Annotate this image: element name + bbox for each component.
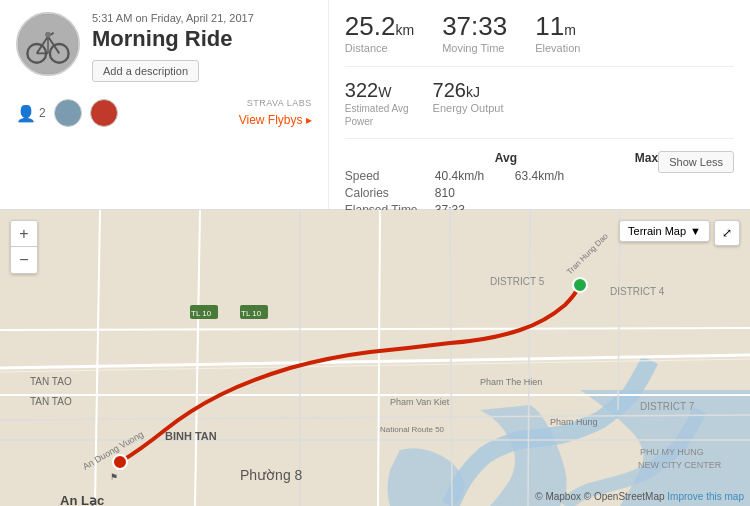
power-label: Estimated AvgPower xyxy=(345,102,409,128)
terrain-map-label: Terrain Map xyxy=(628,225,686,237)
avg-header: Avg xyxy=(495,151,575,165)
map-zoom-controls[interactable]: + − xyxy=(10,220,38,274)
svg-text:TL 10: TL 10 xyxy=(191,309,212,318)
calories-row: Calories 810 xyxy=(345,186,658,200)
svg-text:National Route 50: National Route 50 xyxy=(380,425,445,434)
strava-labs: STRAVA LABS View Flybys ▸ xyxy=(239,98,312,128)
left-panel: 5:31 AM on Friday, April 21, 2017 Mornin… xyxy=(0,0,329,209)
power-value: 322W xyxy=(345,79,409,101)
svg-text:Pham Van Kiet: Pham Van Kiet xyxy=(390,397,450,407)
energy-stat: 726kJ Energy Output xyxy=(433,79,504,128)
show-less-button[interactable]: Show Less xyxy=(658,151,734,173)
svg-text:Phường 8: Phường 8 xyxy=(240,467,303,483)
right-panel: 25.2km Distance 37:33 Moving Time 11m El… xyxy=(329,0,750,209)
energy-label: Energy Output xyxy=(433,102,504,114)
improve-map-link[interactable]: Improve this map xyxy=(667,491,744,502)
stats-top: 25.2km Distance 37:33 Moving Time 11m El… xyxy=(345,12,734,67)
svg-text:DISTRICT 7: DISTRICT 7 xyxy=(640,401,695,412)
svg-text:DISTRICT 4: DISTRICT 4 xyxy=(610,286,665,297)
power-stat: 322W Estimated AvgPower xyxy=(345,79,409,128)
person-icon: 👤 xyxy=(16,104,36,123)
svg-text:Pham Hung: Pham Hung xyxy=(550,417,598,427)
svg-text:Pham The Hien: Pham The Hien xyxy=(480,377,542,387)
elevation-stat: 11m Elevation xyxy=(535,12,580,54)
activity-header: 5:31 AM on Friday, April 21, 2017 Mornin… xyxy=(16,12,312,82)
speed-avg: 40.4km/h xyxy=(435,169,515,183)
moving-time-stat: 37:33 Moving Time xyxy=(442,12,507,54)
calories-avg: 810 xyxy=(435,186,515,200)
expand-icon: ⤢ xyxy=(722,226,732,240)
moving-time-value: 37:33 xyxy=(442,12,507,41)
activity-title: Morning Ride xyxy=(92,26,312,52)
map-section: DISTRICT 4 DISTRICT 5 DISTRICT 7 PHU MY … xyxy=(0,210,750,506)
svg-text:TAN TAO: TAN TAO xyxy=(30,376,72,387)
stats-second-row: 322W Estimated AvgPower 726kJ Energy Out… xyxy=(345,79,734,139)
activity-date: 5:31 AM on Friday, April 21, 2017 xyxy=(92,12,312,24)
strava-labs-label: STRAVA LABS xyxy=(239,98,312,108)
elevation-value: 11m xyxy=(535,12,580,41)
distance-label: Distance xyxy=(345,42,414,54)
view-flybys-link[interactable]: View Flybys ▸ xyxy=(239,113,312,127)
map-background: DISTRICT 4 DISTRICT 5 DISTRICT 7 PHU MY … xyxy=(0,210,750,506)
distance-stat: 25.2km Distance xyxy=(345,12,414,54)
svg-text:BINH TAN: BINH TAN xyxy=(165,430,217,442)
avatar xyxy=(16,12,80,76)
max-header: Max xyxy=(635,151,658,165)
terrain-map-arrow: ▼ xyxy=(690,225,701,237)
distance-value: 25.2km xyxy=(345,12,414,41)
svg-text:⚑: ⚑ xyxy=(110,472,118,482)
follower-avatar-2[interactable] xyxy=(90,99,118,127)
svg-text:NEW CITY CENTER: NEW CITY CENTER xyxy=(638,460,722,470)
svg-point-8 xyxy=(45,32,51,38)
stats-table-header: Avg Max xyxy=(345,151,658,165)
activity-info: 5:31 AM on Friday, April 21, 2017 Mornin… xyxy=(92,12,312,82)
zoom-in-button[interactable]: + xyxy=(11,221,37,247)
speed-row: Speed 40.4km/h 63.4km/h xyxy=(345,169,658,183)
svg-text:TAN TAO: TAN TAO xyxy=(30,396,72,407)
svg-text:PHU MY HUNG: PHU MY HUNG xyxy=(640,447,704,457)
calories-label: Calories xyxy=(345,186,435,200)
svg-point-37 xyxy=(113,455,127,469)
add-description-button[interactable]: Add a description xyxy=(92,60,199,82)
zoom-out-button[interactable]: − xyxy=(11,247,37,273)
follower-avatar-1[interactable] xyxy=(54,99,82,127)
svg-text:DISTRICT 5: DISTRICT 5 xyxy=(490,276,545,287)
map-attribution: © Mapbox © OpenStreetMap Improve this ma… xyxy=(535,491,744,502)
expand-map-button[interactable]: ⤢ xyxy=(714,220,740,246)
followers-icon: 👤 2 xyxy=(16,104,46,123)
speed-label: Speed xyxy=(345,169,435,183)
terrain-map-button[interactable]: Terrain Map ▼ xyxy=(619,220,710,242)
energy-value: 726kJ xyxy=(433,79,504,101)
top-section: 5:31 AM on Friday, April 21, 2017 Mornin… xyxy=(0,0,750,210)
moving-time-label: Moving Time xyxy=(442,42,507,54)
svg-point-39 xyxy=(573,278,587,292)
speed-max: 63.4km/h xyxy=(515,169,595,183)
followers-count: 2 xyxy=(39,106,46,120)
followers-row: 👤 2 STRAVA LABS View Flybys ▸ xyxy=(16,98,312,128)
svg-text:An Lạc: An Lạc xyxy=(60,493,104,506)
svg-text:TL 10: TL 10 xyxy=(241,309,262,318)
elevation-label: Elevation xyxy=(535,42,580,54)
